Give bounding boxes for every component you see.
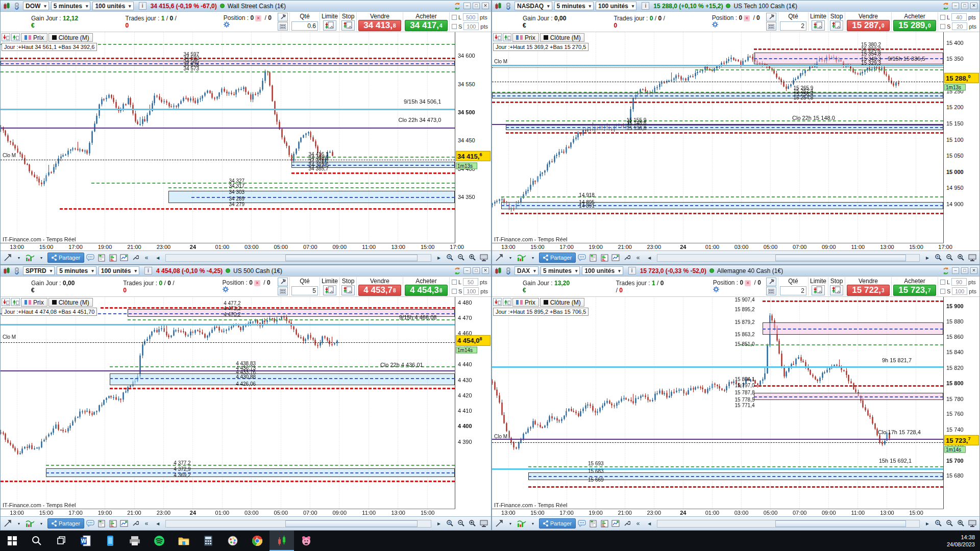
limite-order-button[interactable] [323,20,336,31]
info-icon[interactable]: i [628,267,636,274]
sell-button[interactable]: 4 453,78 [358,285,401,296]
news-icon[interactable] [588,518,598,529]
zoom-out-icon[interactable] [456,253,467,263]
maximize-button[interactable]: □ [961,3,968,9]
draw-tool-icon[interactable] [494,518,504,529]
qty-input[interactable] [780,21,806,31]
stop-pts-input[interactable] [463,22,479,30]
position-settings-icon[interactable] [713,287,720,294]
ticket-settings-button[interactable] [766,278,776,286]
draw-tool-caret[interactable]: ▾ [14,253,24,263]
sync-icon[interactable] [942,2,950,10]
tab-prix[interactable]: Prix [21,298,47,307]
limite-order-button[interactable] [323,285,336,295]
position-settings-icon[interactable] [224,22,231,29]
stop-checkbox[interactable] [940,289,945,294]
stop-order-button[interactable] [830,285,843,295]
instrument-select[interactable]: SPTRD▾ [23,266,55,275]
sync-icon[interactable] [942,267,950,275]
chart-style-icon[interactable] [25,253,35,263]
scroll-right-button[interactable]: ▸ [922,518,933,529]
draw-tool-caret[interactable]: ▾ [505,253,516,263]
zoom-fit-icon[interactable] [445,518,455,529]
comment-icon[interactable] [577,518,587,529]
comment-icon[interactable] [577,253,587,263]
keypad-button[interactable] [278,287,288,295]
chart-style-caret[interactable]: ▾ [36,253,46,263]
ticket-settings-button[interactable] [278,278,288,286]
keypad-button[interactable] [766,22,776,31]
scroll-left-button[interactable]: ◂ [644,518,654,529]
minimize-button[interactable]: – [952,3,959,9]
tab-prix[interactable]: Prix [512,298,539,307]
info-icon[interactable]: i [144,267,152,274]
stop-checkbox[interactable] [452,289,457,294]
keypad-button[interactable] [766,287,776,295]
ticket-settings-button[interactable] [766,13,776,21]
quick-buy-icon[interactable] [503,33,511,41]
stop-order-button[interactable] [341,285,355,295]
timeframe-select[interactable]: 5 minutes▾ [554,2,594,10]
tab-cloture[interactable]: Clôture (M) [48,298,93,307]
collapse-icon[interactable]: « [141,253,152,263]
share-button[interactable]: Partager [47,253,84,263]
link-icon[interactable] [13,267,21,275]
minimize-button[interactable]: – [463,3,471,9]
units-select[interactable]: 100 unités▾ [92,2,133,10]
settings-wrench-icon[interactable] [130,253,140,263]
chart-window-icon[interactable] [119,253,129,263]
close-position-icon[interactable]: × [254,280,260,286]
quick-buy-icon[interactable] [503,298,511,306]
buy-button[interactable]: 15 723,7 [893,285,936,296]
scroll-left-button[interactable]: ◂ [153,518,163,529]
character-app-icon[interactable] [294,531,318,551]
quick-sell-icon[interactable] [2,33,10,41]
paint-icon[interactable] [220,531,245,551]
word-icon[interactable]: W [74,531,98,551]
chart-style-icon[interactable] [517,518,527,529]
timeframe-select[interactable]: 5 minutes▾ [57,266,96,275]
units-select[interactable]: 100 unités▾ [596,2,636,10]
sync-icon[interactable] [453,2,461,10]
taskbar-clock[interactable]: 14:38 24/08/2023 [947,534,975,548]
hscrollbar-thumb[interactable] [775,255,906,261]
start-button[interactable] [0,531,24,551]
timeframe-select[interactable]: 5 minutes▾ [541,266,580,275]
task-view-icon[interactable] [49,531,74,551]
hscrollbar-thumb[interactable] [285,520,418,527]
position-settings-icon[interactable] [223,287,230,294]
collapse-icon[interactable]: « [141,518,152,529]
stop-checkbox[interactable] [940,24,945,29]
limit-pts-input[interactable] [951,278,967,286]
order-book-icon[interactable] [599,518,609,529]
scroll-left-button[interactable]: ◂ [153,253,163,263]
ticket-settings-button[interactable] [278,13,288,21]
chart-area[interactable]: Prix Clôture (M) Jour :+Haut 4 474,08 +B… [1,297,455,509]
draw-tool-icon[interactable] [3,253,13,263]
quick-buy-icon[interactable] [11,298,20,306]
order-book-icon[interactable] [108,518,118,529]
screen-settings-icon[interactable] [479,253,489,263]
units-select[interactable]: 100 unités▾ [582,266,623,275]
qty-input[interactable] [291,21,318,31]
tab-cloture[interactable]: Clôture (M) [540,298,584,307]
stop-order-button[interactable] [830,20,843,31]
settings-wrench-icon[interactable] [622,518,632,529]
qty-input[interactable] [291,286,318,295]
keypad-button[interactable] [278,22,288,31]
zoom-in-icon[interactable] [956,253,966,263]
stop-pts-input[interactable] [463,287,479,295]
chart-area[interactable]: Prix Clôture (M) Jour :+Haut 34 561,1 +B… [1,32,455,243]
limit-checkbox[interactable] [452,15,457,20]
maximize-button[interactable]: □ [961,267,968,274]
close-button[interactable]: ✕ [482,267,489,274]
price-axis[interactable]: 15 723,7 1m14s 15 90015 88015 86015 8401… [944,297,979,509]
order-book-icon[interactable] [108,253,118,263]
close-position-icon[interactable]: × [745,280,751,286]
units-select[interactable]: 100 unités▾ [99,266,139,275]
close-position-icon[interactable]: × [744,15,750,21]
scroll-left-button[interactable]: ◂ [644,253,654,263]
info-icon[interactable]: i [642,2,649,10]
minimize-button[interactable]: – [952,267,959,274]
stop-checkbox[interactable] [452,24,457,29]
